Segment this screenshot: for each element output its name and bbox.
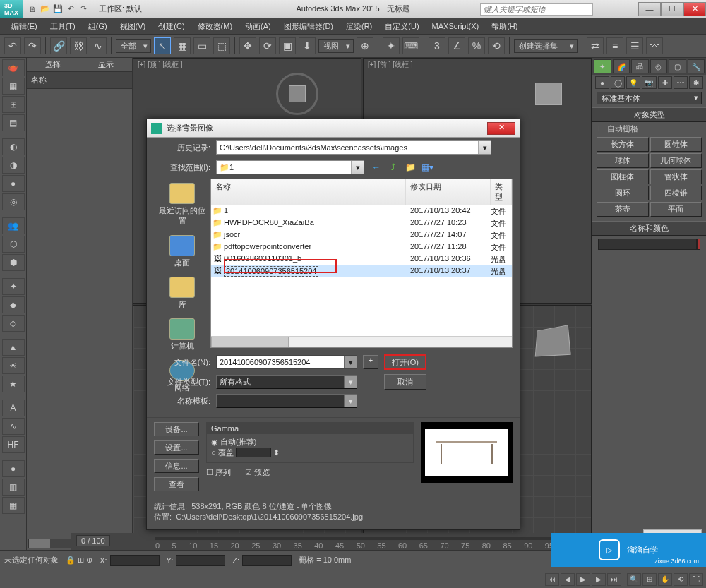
menu-customize[interactable]: 自定义(U) — [379, 20, 424, 33]
tool-icon[interactable]: HF — [2, 436, 25, 453]
mirror-button[interactable]: ⇄ — [587, 37, 604, 54]
newfolder-icon[interactable]: 📁 — [404, 161, 417, 174]
keyboard-icon[interactable]: ⌨ — [402, 37, 419, 54]
tool-icon[interactable]: ▲ — [2, 339, 25, 356]
rollout-objtype[interactable]: 对象类型 — [592, 107, 706, 122]
file-row[interactable]: 🖼20141006090735651​52042017/10/13 20:37光… — [211, 265, 512, 277]
layers-icon[interactable]: ☰ — [626, 37, 643, 54]
menu-maxscript[interactable]: MAXScript(X) — [426, 20, 485, 32]
goto-end-icon[interactable]: ⏭ — [607, 573, 621, 586]
open-button[interactable]: 打开(O) — [384, 354, 426, 370]
tool-icon[interactable]: ◎ — [2, 193, 25, 210]
gamma-override-radio[interactable]: ○ 覆盖 ⬍ — [211, 448, 409, 458]
prev-frame-icon[interactable]: ◀ — [561, 573, 575, 586]
utilities-tab-icon[interactable]: 🔧 — [688, 59, 705, 73]
device-button[interactable]: 设备... — [154, 422, 199, 436]
prim-pyramid[interactable]: 四棱锥 — [650, 186, 702, 200]
prim-torus[interactable]: 圆环 — [597, 186, 649, 200]
add-button[interactable]: + — [363, 355, 378, 369]
menu-edit[interactable]: 编辑(E) — [6, 20, 43, 33]
prim-geosphere[interactable]: 几何球体 — [650, 153, 702, 168]
rect-region-icon[interactable]: ▭ — [193, 37, 210, 54]
file-row[interactable]: 📁jsocr2017/7/27 14:07文件 — [211, 229, 512, 241]
spacewarps-icon[interactable]: 〰 — [674, 76, 688, 89]
tool-icon[interactable]: ◇ — [2, 315, 25, 332]
teapot-icon[interactable]: 🫖 — [2, 59, 25, 76]
menu-modifier[interactable]: 修改器(M) — [192, 20, 239, 33]
select-button[interactable]: ↖ — [154, 37, 171, 54]
percent-snap-icon[interactable]: % — [468, 37, 485, 54]
tool-icon[interactable]: ● — [2, 175, 25, 192]
sequence-checkbox[interactable]: ☐ 序列 — [206, 467, 231, 478]
place-computer[interactable]: 计算机 — [154, 314, 210, 356]
zoom-all-icon[interactable]: ⊞ — [642, 573, 657, 586]
col-name[interactable]: 名称 — [211, 179, 406, 205]
view-button[interactable]: 查看 — [154, 477, 199, 491]
prim-cone[interactable]: 圆锥体 — [650, 137, 702, 152]
tool-icon[interactable]: ◆ — [2, 296, 25, 313]
motion-tab-icon[interactable]: ◎ — [650, 59, 668, 73]
prim-box[interactable]: 长方体 — [597, 137, 649, 152]
file-row[interactable]: 🖼0016028603110301_b2017/10/13 20:36光盘 — [211, 253, 512, 265]
redo-button[interactable]: ↷ — [24, 37, 41, 54]
place-recent[interactable]: 最近访问的位置 — [154, 179, 210, 231]
play-icon[interactable]: ▶ — [576, 573, 590, 586]
modify-tab-icon[interactable]: 🌈 — [613, 59, 630, 73]
back-icon[interactable]: ← — [370, 161, 383, 174]
object-name-input[interactable] — [598, 239, 697, 250]
tool-icon[interactable]: ☀ — [2, 357, 25, 374]
lookin-combo[interactable]: 📁 1▾ — [216, 160, 364, 174]
move-button[interactable]: ✥ — [239, 37, 256, 54]
tool-icon[interactable]: A — [2, 400, 25, 416]
create-tab-icon[interactable]: ✦ — [594, 59, 611, 73]
menu-grapheditor[interactable]: 图形编辑器(D) — [278, 20, 339, 33]
tab-display[interactable]: 显示 — [80, 58, 133, 72]
pivot-icon[interactable]: ⊕ — [357, 37, 373, 54]
tool-icon[interactable]: ◑ — [2, 157, 25, 174]
frame-indicator[interactable]: 0 / 100 — [76, 535, 110, 546]
menu-render[interactable]: 渲染(R) — [340, 20, 378, 33]
tool-icon[interactable]: ⬡ — [2, 236, 25, 253]
up-icon[interactable]: ⤴ — [387, 161, 400, 174]
lights-icon[interactable]: 💡 — [626, 76, 640, 89]
viewcube-icon[interactable] — [527, 73, 570, 115]
place-desktop[interactable]: 桌面 — [154, 231, 210, 272]
rotate-button[interactable]: ⟳ — [259, 37, 276, 54]
refcoord-dropdown[interactable]: 视图 — [318, 39, 354, 53]
prim-cylinder[interactable]: 圆柱体 — [597, 169, 649, 184]
align-button[interactable]: ≡ — [606, 37, 623, 54]
prim-plane[interactable]: 平面 — [650, 202, 702, 217]
bind-icon[interactable]: ∿ — [90, 37, 107, 54]
column-name[interactable]: 名称 — [27, 72, 132, 89]
prim-teapot[interactable]: 茶壶 — [597, 202, 649, 217]
minimize-button[interactable]: — — [638, 2, 661, 16]
rollout-namecolor[interactable]: 名称和颜色 — [592, 221, 706, 236]
z-input[interactable] — [242, 555, 292, 566]
selection-filter[interactable]: 全部 — [116, 39, 151, 53]
file-row[interactable]: 📁HWPDFOCR80_XiaZaiBa2017/7/27 10:23文件 — [211, 217, 512, 229]
menu-create[interactable]: 创建(C) — [152, 20, 190, 33]
orbit-icon[interactable]: ⟲ — [674, 573, 688, 586]
goto-start-icon[interactable]: ⏮ — [545, 573, 559, 586]
systems-icon[interactable]: ✱ — [689, 76, 703, 89]
gamma-auto-radio[interactable]: ◉ 自动(推荐) — [211, 437, 409, 448]
cancel-button[interactable]: 取消 — [384, 374, 426, 390]
tool-icon[interactable]: ★ — [2, 376, 25, 392]
display-tab-icon[interactable]: ▢ — [669, 59, 686, 73]
tool-icon[interactable]: ◐ — [2, 138, 25, 155]
file-row[interactable]: 📁12017/10/13 20:42文件 — [211, 205, 512, 217]
snap-toggle[interactable]: 3 — [429, 37, 445, 54]
tool-icon[interactable]: ⬢ — [2, 254, 25, 271]
autogrid-checkbox[interactable]: ☐ 自动栅格 — [592, 122, 706, 136]
tool-icon[interactable]: ▦ — [2, 78, 25, 95]
next-frame-icon[interactable]: ▶ — [592, 573, 606, 586]
tool-icon[interactable]: ● — [2, 460, 25, 477]
dialog-close-button[interactable]: ✕ — [487, 122, 515, 135]
setup-button[interactable]: 设置... — [154, 440, 199, 455]
new-icon[interactable]: 🗎 — [27, 4, 38, 15]
filename-input[interactable]: 201410060907356515204▾ — [216, 355, 357, 369]
history-combo[interactable]: C:\Users\dell\Documents\3dsMax\sceneasse… — [216, 140, 491, 155]
tool-icon[interactable]: ✦ — [2, 278, 25, 295]
preview-checkbox[interactable]: ☑ 预览 — [245, 467, 270, 478]
tool-icon[interactable]: ▦ — [2, 497, 25, 514]
